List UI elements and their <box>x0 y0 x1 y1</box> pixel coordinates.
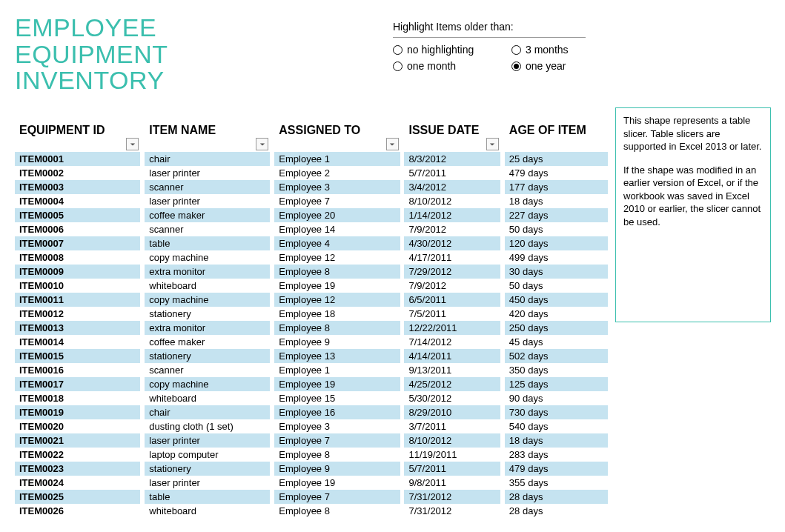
cell-age: 479 days <box>505 166 608 180</box>
table-row[interactable]: ITEM0012stationeryEmployee 187/5/2011420… <box>15 307 608 321</box>
cell-issue-date: 4/17/2011 <box>404 250 500 265</box>
table-row[interactable]: ITEM0026whiteboardEmployee 87/31/201228 … <box>15 504 608 518</box>
table-row[interactable]: ITEM0008copy machineEmployee 124/17/2011… <box>15 250 608 265</box>
cell-item-name: scanner <box>145 363 270 377</box>
cell-item-name: laser printer <box>145 194 270 208</box>
header-equipment-id[interactable]: EQUIPMENT ID <box>15 116 140 152</box>
cell-equipment-id: ITEM0013 <box>15 321 140 335</box>
cell-assigned-to: Employee 8 <box>274 448 400 462</box>
cell-item-name: laser printer <box>145 433 270 448</box>
cell-assigned-to: Employee 19 <box>274 279 400 293</box>
cell-issue-date: 7/5/2011 <box>404 307 500 321</box>
cell-age: 125 days <box>505 377 608 391</box>
cell-item-name: stationery <box>145 307 270 321</box>
cell-age: 350 days <box>505 363 608 377</box>
header-age-of-item[interactable]: AGE OF ITEM <box>505 116 608 152</box>
radio-one-month[interactable]: one month <box>393 60 511 72</box>
cell-equipment-id: ITEM0022 <box>15 448 140 462</box>
cell-assigned-to: Employee 8 <box>274 265 400 279</box>
cell-equipment-id: ITEM0012 <box>15 307 140 321</box>
cell-issue-date: 7/31/2012 <box>404 504 500 518</box>
table-row[interactable]: ITEM0016scannerEmployee 19/13/2011350 da… <box>15 363 608 377</box>
table-row[interactable]: ITEM0007tableEmployee 44/30/2012120 days <box>15 236 608 250</box>
cell-assigned-to: Employee 3 <box>274 180 400 194</box>
cell-issue-date: 5/7/2011 <box>404 166 500 180</box>
cell-assigned-to: Employee 20 <box>274 208 400 222</box>
radio-icon <box>511 61 521 71</box>
table-row[interactable]: ITEM0021laser printerEmployee 78/10/2012… <box>15 433 608 448</box>
cell-equipment-id: ITEM0021 <box>15 433 140 448</box>
header-item-name[interactable]: ITEM NAME <box>145 116 270 152</box>
cell-assigned-to: Employee 7 <box>274 490 400 504</box>
radio-one-year[interactable]: one year <box>511 60 600 72</box>
table-row[interactable]: ITEM0020dusting cloth (1 set)Employee 33… <box>15 419 608 433</box>
cell-equipment-id: ITEM0018 <box>15 391 140 405</box>
table-row[interactable]: ITEM0002laser printerEmployee 25/7/20114… <box>15 166 608 180</box>
cell-age: 28 days <box>505 504 608 518</box>
filter-dropdown-icon[interactable] <box>386 138 399 150</box>
filter-dropdown-icon[interactable] <box>256 138 268 150</box>
cell-assigned-to: Employee 4 <box>274 236 400 250</box>
table-row[interactable]: ITEM0017copy machineEmployee 194/25/2012… <box>15 377 608 391</box>
cell-issue-date: 1/14/2012 <box>404 208 500 222</box>
cell-issue-date: 7/9/2012 <box>404 279 500 293</box>
cell-equipment-id: ITEM0025 <box>15 490 140 504</box>
table-row[interactable]: ITEM0011copy machineEmployee 126/5/20114… <box>15 293 608 307</box>
slicer-text-2: If the shape was modified in an earlier … <box>623 164 763 229</box>
cell-equipment-id: ITEM0002 <box>15 166 140 180</box>
cell-assigned-to: Employee 8 <box>274 504 400 518</box>
cell-age: 18 days <box>505 433 608 448</box>
table-row[interactable]: ITEM0009extra monitorEmployee 87/29/2012… <box>15 265 608 279</box>
cell-assigned-to: Employee 12 <box>274 250 400 265</box>
cell-issue-date: 3/7/2011 <box>404 419 500 433</box>
cell-assigned-to: Employee 8 <box>274 321 400 335</box>
cell-assigned-to: Employee 9 <box>274 335 400 349</box>
cell-age: 28 days <box>505 490 608 504</box>
cell-age: 479 days <box>505 462 608 476</box>
table-row[interactable]: ITEM0018whiteboardEmployee 155/30/201290… <box>15 391 608 405</box>
table-row[interactable]: ITEM0004laser printerEmployee 78/10/2012… <box>15 194 608 208</box>
cell-issue-date: 7/14/2012 <box>404 335 500 349</box>
radio-label: no highlighting <box>407 44 474 56</box>
header-label: ASSIGNED TO <box>279 124 360 136</box>
table-row[interactable]: ITEM0024laser printerEmployee 199/8/2011… <box>15 476 608 490</box>
cell-item-name: dusting cloth (1 set) <box>145 419 270 433</box>
cell-issue-date: 5/30/2012 <box>404 391 500 405</box>
table-row[interactable]: ITEM0014coffee makerEmployee 97/14/20124… <box>15 335 608 349</box>
cell-equipment-id: ITEM0009 <box>15 265 140 279</box>
radio-icon <box>393 45 403 55</box>
cell-age: 30 days <box>505 265 608 279</box>
slicer-text-1: This shape represents a table slicer. Ta… <box>623 114 763 153</box>
header-issue-date[interactable]: ISSUE DATE <box>404 116 500 152</box>
table-row[interactable]: ITEM0010whiteboardEmployee 197/9/201250 … <box>15 279 608 293</box>
cell-issue-date: 8/3/2012 <box>404 152 500 166</box>
cell-equipment-id: ITEM0026 <box>15 504 140 518</box>
table-row[interactable]: ITEM0013extra monitorEmployee 812/22/201… <box>15 321 608 335</box>
cell-age: 420 days <box>505 307 608 321</box>
filter-dropdown-icon[interactable] <box>126 138 139 150</box>
cell-assigned-to: Employee 18 <box>274 307 400 321</box>
header-assigned-to[interactable]: ASSIGNED TO <box>274 116 400 152</box>
table-row[interactable]: ITEM0003scannerEmployee 33/4/2012177 day… <box>15 180 608 194</box>
cell-item-name: table <box>145 490 270 504</box>
radio-icon <box>393 61 403 71</box>
table-row[interactable]: ITEM0022laptop computerEmployee 811/19/2… <box>15 448 608 462</box>
cell-assigned-to: Employee 1 <box>274 363 400 377</box>
radio-no-highlighting[interactable]: no highlighting <box>393 44 511 56</box>
table-row[interactable]: ITEM0023stationeryEmployee 95/7/2011479 … <box>15 462 608 476</box>
cell-age: 502 days <box>505 349 608 363</box>
table-row[interactable]: ITEM0025tableEmployee 77/31/201228 days <box>15 490 608 504</box>
table-row[interactable]: ITEM0019chairEmployee 168/29/2010730 day… <box>15 405 608 419</box>
cell-issue-date: 9/8/2011 <box>404 476 500 490</box>
cell-assigned-to: Employee 9 <box>274 462 400 476</box>
table-row[interactable]: ITEM0001chairEmployee 18/3/201225 days <box>15 152 608 166</box>
table-row[interactable]: ITEM0005coffee makerEmployee 201/14/2012… <box>15 208 608 222</box>
cell-equipment-id: ITEM0014 <box>15 335 140 349</box>
radio-3-months[interactable]: 3 months <box>511 44 600 56</box>
cell-issue-date: 3/4/2012 <box>404 180 500 194</box>
cell-item-name: extra monitor <box>145 321 270 335</box>
filter-dropdown-icon[interactable] <box>486 138 499 150</box>
table-row[interactable]: ITEM0015stationeryEmployee 134/14/201150… <box>15 349 608 363</box>
table-row[interactable]: ITEM0006scannerEmployee 147/9/201250 day… <box>15 222 608 236</box>
radio-label: one month <box>407 60 456 72</box>
